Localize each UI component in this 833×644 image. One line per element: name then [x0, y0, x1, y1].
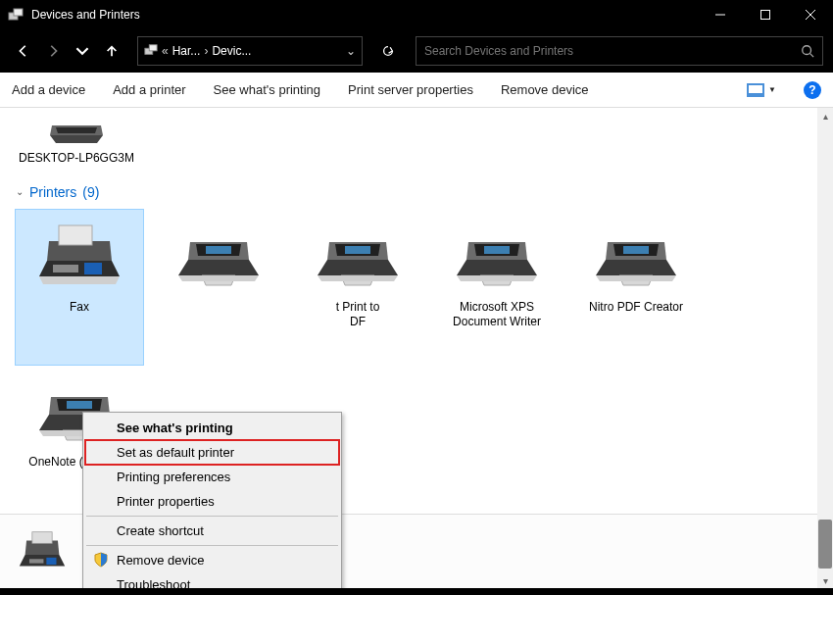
- svg-rect-72: [46, 557, 56, 564]
- forward-button[interactable]: [39, 37, 67, 65]
- svg-marker-26: [178, 275, 259, 281]
- fax-icon: [14, 523, 71, 580]
- group-count: (9): [82, 184, 99, 200]
- svg-rect-11: [749, 85, 762, 93]
- printer-label: Nitro PDF Creator: [589, 300, 683, 316]
- context-menu: See what's printingSet as default printe…: [82, 412, 342, 588]
- printer-item[interactable]: Nitro PDF Creator: [572, 210, 700, 365]
- menu-item-printer-properties[interactable]: Printer properties: [85, 489, 339, 514]
- help-button[interactable]: ?: [804, 81, 821, 99]
- svg-marker-15: [39, 261, 120, 276]
- maximize-button[interactable]: [743, 0, 788, 29]
- device-label: DESKTOP-LP6GG3M: [19, 151, 134, 167]
- svg-marker-32: [318, 275, 398, 281]
- svg-marker-39: [596, 260, 676, 275]
- menu-item-troubleshoot[interactable]: Troubleshoot: [85, 572, 339, 588]
- menu-item-see-what-s-printing[interactable]: See what's printing: [85, 416, 339, 440]
- chevron-left-icon: «: [162, 44, 169, 58]
- svg-marker-12: [50, 135, 103, 143]
- printer-item[interactable]: Microsoft XPS Document Writer: [433, 210, 561, 365]
- printer-item[interactable]: t Print toDF: [294, 210, 421, 365]
- svg-rect-18: [84, 263, 102, 274]
- svg-point-8: [803, 46, 811, 55]
- printer-icon: [592, 218, 680, 294]
- recent-dropdown[interactable]: [69, 37, 96, 65]
- device-item[interactable]: DESKTOP-LP6GG3M: [14, 116, 139, 167]
- add-device-button[interactable]: Add a device: [12, 82, 85, 97]
- svg-marker-33: [457, 260, 537, 275]
- minimize-button[interactable]: [698, 0, 743, 29]
- svg-marker-27: [318, 260, 398, 275]
- folder-icon: [144, 43, 158, 60]
- remove-device-button[interactable]: Remove device: [501, 82, 589, 97]
- search-box[interactable]: [416, 36, 823, 66]
- search-input[interactable]: [424, 44, 801, 58]
- print-server-props-button[interactable]: Print server properties: [348, 82, 473, 97]
- menu-item-set-as-default-printer[interactable]: Set as default printer: [85, 440, 339, 465]
- breadcrumb-segment[interactable]: Devic...: [212, 44, 251, 58]
- close-button[interactable]: [788, 0, 833, 29]
- scroll-thumb[interactable]: [818, 520, 832, 569]
- nav-bar: « Har... › Devic... ⌄: [0, 29, 833, 73]
- scanner-icon: [42, 116, 111, 145]
- toolbar: Add a device Add a printer See what's pr…: [0, 73, 833, 108]
- shield-icon: [93, 552, 109, 568]
- svg-rect-36: [484, 246, 510, 254]
- devices-icon: [8, 7, 24, 23]
- svg-rect-48: [67, 401, 92, 409]
- printer-label: t Print toDF: [336, 300, 380, 330]
- menu-item-printing-preferences[interactable]: Printing preferences: [85, 465, 339, 489]
- svg-rect-24: [206, 246, 231, 254]
- breadcrumb[interactable]: « Har... › Devic... ⌄: [137, 36, 363, 66]
- printer-label: Fax: [70, 300, 89, 316]
- printer-icon: [453, 218, 541, 294]
- printers-group-header[interactable]: ⌄ Printers (9): [16, 184, 817, 200]
- window-title: Devices and Printers: [31, 8, 698, 22]
- svg-marker-44: [596, 275, 676, 281]
- svg-rect-7: [149, 44, 157, 50]
- breadcrumb-segment[interactable]: Har...: [172, 44, 201, 58]
- chevron-down-icon: ⌄: [16, 186, 24, 197]
- svg-rect-30: [345, 246, 370, 254]
- scroll-down-button[interactable]: ▾: [817, 572, 833, 588]
- chevron-down-icon[interactable]: ⌄: [346, 44, 356, 58]
- svg-marker-14: [56, 127, 97, 133]
- view-options-button[interactable]: ▼: [747, 83, 776, 97]
- window-border: [0, 588, 833, 595]
- up-button[interactable]: [98, 37, 125, 65]
- back-button[interactable]: [10, 37, 37, 65]
- printer-label: Microsoft XPS Document Writer: [439, 300, 555, 330]
- refresh-button[interactable]: [374, 37, 402, 65]
- title-bar: Devices and Printers: [0, 0, 833, 29]
- svg-rect-71: [29, 559, 44, 563]
- content-area: DESKTOP-LP6GG3M ⌄ Printers (9) Faxt Prin…: [0, 108, 833, 588]
- group-label: Printers: [29, 184, 76, 200]
- printer-icon: [174, 218, 263, 294]
- svg-marker-38: [457, 275, 537, 281]
- menu-separator: [86, 545, 338, 546]
- svg-rect-17: [53, 265, 78, 272]
- fax-icon: [35, 218, 123, 294]
- menu-item-create-shortcut[interactable]: Create shortcut: [85, 519, 339, 543]
- printer-icon: [314, 218, 402, 294]
- svg-rect-3: [761, 11, 770, 20]
- see-printing-button[interactable]: See what's printing: [214, 82, 320, 97]
- scrollbar[interactable]: ▴ ▾: [817, 108, 833, 588]
- svg-line-9: [810, 54, 814, 58]
- svg-marker-21: [178, 260, 259, 275]
- svg-rect-42: [623, 246, 649, 254]
- svg-rect-1: [14, 9, 23, 16]
- chevron-down-icon: ▼: [768, 85, 776, 94]
- menu-item-remove-device[interactable]: Remove device: [85, 548, 339, 572]
- svg-marker-20: [39, 276, 120, 284]
- add-printer-button[interactable]: Add a printer: [113, 82, 185, 97]
- svg-rect-73: [32, 531, 52, 543]
- fax-item[interactable]: Fax: [16, 210, 143, 365]
- printer-item[interactable]: [155, 210, 282, 365]
- svg-rect-19: [59, 225, 92, 245]
- scroll-up-button[interactable]: ▴: [817, 108, 833, 124]
- search-icon: [801, 44, 814, 58]
- chevron-right-icon: ›: [204, 44, 208, 58]
- menu-separator: [86, 516, 338, 517]
